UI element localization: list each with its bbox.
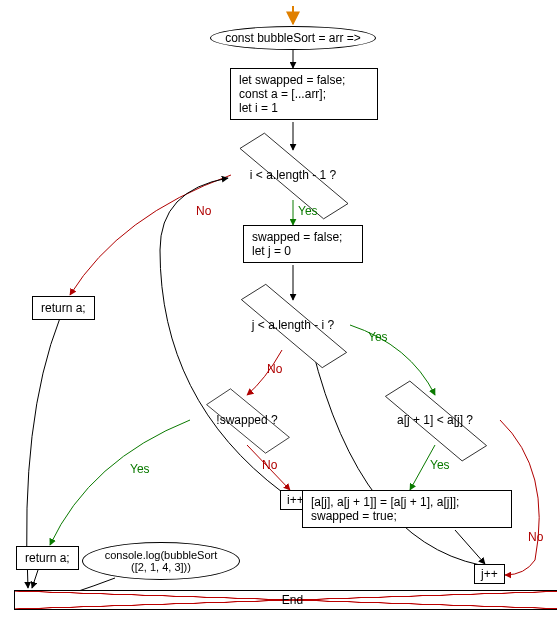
node-label: console.log(bubbleSort ([2, 1, 4, 3])) — [105, 549, 218, 573]
node-label: End — [282, 593, 303, 607]
node-compare: a[j + 1] < a[j] ? — [380, 395, 490, 445]
edge-label-no: No — [528, 530, 543, 544]
node-inner-cond: j < a.length - i ? — [235, 300, 351, 350]
node-label: let swapped = false; const a = [...arr];… — [239, 73, 345, 115]
node-swapped-check: !swapped ? — [200, 395, 294, 445]
node-label: !swapped ? — [172, 413, 322, 427]
node-label: j < a.length - i ? — [200, 318, 386, 332]
node-label: swapped = false; let j = 0 — [252, 230, 342, 258]
node-label: [a[j], a[j + 1]] = [a[j + 1], a[j]]; swa… — [311, 495, 459, 523]
node-fn-decl: const bubbleSort = arr => — [210, 26, 376, 50]
node-call: console.log(bubbleSort ([2, 1, 4, 3])) — [82, 542, 240, 580]
edge-label-yes: Yes — [130, 462, 150, 476]
edge-label-no: No — [267, 362, 282, 376]
node-return-a-2: return a; — [16, 546, 79, 570]
node-label: const bubbleSort = arr => — [225, 31, 361, 45]
node-label: return a; — [25, 551, 70, 565]
node-inner-init: swapped = false; let j = 0 — [243, 225, 363, 263]
node-label: i < a.length - 1 ? — [197, 168, 389, 182]
edge-label-no: No — [196, 204, 211, 218]
node-label: a[j + 1] < a[j] ? — [347, 413, 523, 427]
node-outer-cond: i < a.length - 1 ? — [233, 150, 353, 200]
node-label: j++ — [481, 567, 498, 581]
edge-label-yes: Yes — [430, 458, 450, 472]
edge-label-yes: Yes — [368, 330, 388, 344]
node-end: End — [14, 590, 557, 610]
node-j-inc: j++ — [474, 564, 505, 584]
node-swap: [a[j], a[j + 1]] = [a[j + 1], a[j]]; swa… — [302, 490, 512, 528]
node-return-a-1: return a; — [32, 296, 95, 320]
svg-line-6 — [455, 530, 485, 564]
node-label: return a; — [41, 301, 86, 315]
edge-label-no: No — [262, 458, 277, 472]
svg-line-8 — [32, 570, 38, 588]
edge-label-yes: Yes — [298, 204, 318, 218]
node-init: let swapped = false; const a = [...arr];… — [230, 68, 378, 120]
